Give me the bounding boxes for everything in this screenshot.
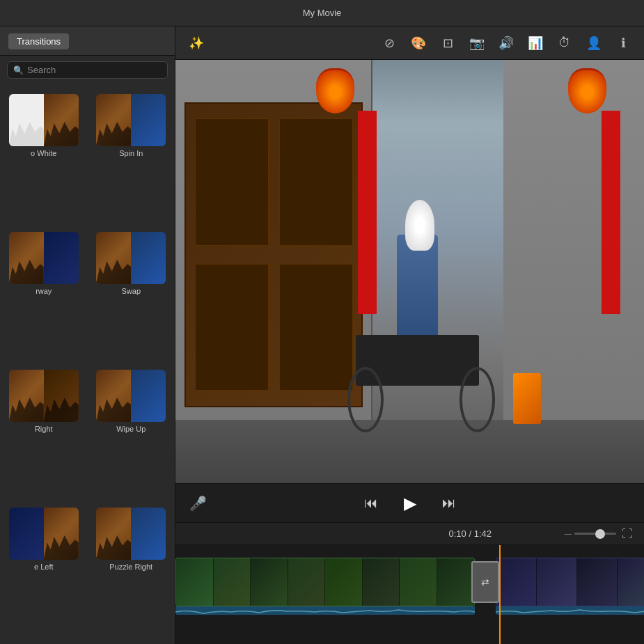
skip-back-button[interactable]: ⏮ bbox=[360, 492, 382, 515]
transition-puzzle-right[interactable]: Puzzle Right bbox=[88, 502, 175, 640]
video-track: ⇄ bbox=[175, 558, 644, 613]
speed-icon[interactable]: 📊 bbox=[526, 33, 545, 53]
lantern-left bbox=[316, 68, 354, 113]
audio-waveform-2 bbox=[496, 606, 644, 615]
clip-frames bbox=[176, 558, 474, 606]
waveform-svg-2 bbox=[496, 608, 644, 616]
transition-thumb bbox=[96, 508, 166, 560]
transitions-grid: o White Spin In bbox=[0, 84, 175, 644]
video-clip-2[interactable] bbox=[496, 558, 644, 606]
magic-wand-icon[interactable]: ✨ bbox=[187, 33, 206, 53]
timeline-track-area[interactable]: ⇄ bbox=[175, 545, 644, 644]
transition-doorway[interactable]: rway bbox=[0, 226, 88, 364]
transition-thumb bbox=[9, 508, 79, 560]
transition-puzzle-left[interactable]: e Left bbox=[0, 502, 88, 640]
playhead-triangle bbox=[494, 545, 505, 547]
transition-thumb bbox=[9, 370, 79, 422]
video-clip-1[interactable] bbox=[175, 558, 475, 606]
camera-icon[interactable]: 📷 bbox=[467, 33, 487, 53]
timeline-area: 0:10 / 1:42 — ⛶ bbox=[175, 522, 644, 644]
moto-scene bbox=[175, 60, 644, 483]
waveform-svg bbox=[175, 608, 475, 616]
transition-thumb bbox=[9, 94, 79, 146]
lantern-right bbox=[568, 68, 606, 113]
microphone-button[interactable]: 🎤 bbox=[189, 495, 207, 512]
info-icon[interactable]: ℹ bbox=[613, 33, 633, 53]
transition-label: Puzzle Right bbox=[109, 563, 152, 571]
audio-icon[interactable]: 🔊 bbox=[496, 33, 516, 53]
search-input[interactable] bbox=[27, 65, 162, 75]
transition-spin-in[interactable]: Spin In bbox=[88, 88, 175, 226]
transition-label: Swap bbox=[121, 287, 141, 295]
transition-thumb bbox=[9, 232, 79, 284]
color-icon[interactable]: 🎨 bbox=[409, 33, 428, 53]
stabilize-icon[interactable]: ⏱ bbox=[555, 33, 574, 53]
play-button[interactable]: ▶ bbox=[399, 492, 421, 515]
transition-fade-white[interactable]: o White bbox=[0, 88, 88, 226]
toolbar: ✨ ⊘ 🎨 ⊡ 📷 🔊 📊 ⏱ 👤 ℹ bbox=[175, 26, 644, 60]
face-icon[interactable]: 👤 bbox=[584, 33, 604, 53]
app-title: My Movie bbox=[303, 8, 342, 18]
transition-label: Wipe Up bbox=[116, 425, 146, 433]
playhead[interactable] bbox=[499, 545, 501, 644]
transition-label: Spin In bbox=[119, 149, 143, 157]
scene-door-left bbox=[184, 102, 363, 407]
transition-thumb bbox=[96, 232, 166, 284]
main-layout: Transitions 🔍 o White bbox=[0, 26, 644, 644]
right-area: ✨ ⊘ 🎨 ⊡ 📷 🔊 📊 ⏱ 👤 ℹ bbox=[175, 26, 644, 644]
transition-label: Right bbox=[35, 425, 53, 433]
motorcycle bbox=[340, 200, 504, 432]
red-banner-right bbox=[602, 111, 620, 314]
orange-bag bbox=[513, 373, 541, 424]
search-icon: 🔍 bbox=[13, 65, 24, 75]
transition-label: e Left bbox=[34, 563, 54, 571]
fit-to-window-button[interactable]: ⛶ bbox=[622, 528, 633, 540]
clip-frames-2 bbox=[496, 558, 644, 606]
timeline-controls: — ⛶ bbox=[565, 528, 633, 540]
timeline-header: 0:10 / 1:42 — ⛶ bbox=[175, 523, 644, 545]
transitions-tab[interactable]: Transitions bbox=[8, 33, 69, 49]
audio-waveform-1 bbox=[175, 606, 475, 615]
transition-thumb bbox=[96, 370, 166, 422]
crop-icon[interactable]: ⊡ bbox=[438, 33, 457, 53]
left-panel: Transitions 🔍 o White bbox=[0, 26, 175, 644]
skip-forward-button[interactable]: ⏭ bbox=[438, 492, 460, 515]
transition-thumb bbox=[96, 94, 166, 146]
title-bar: My Movie bbox=[0, 0, 644, 26]
timecode: 0:10 / 1:42 bbox=[376, 528, 565, 539]
transition-swap[interactable]: Swap bbox=[88, 226, 175, 364]
transition-wipe-right[interactable]: Right bbox=[0, 364, 88, 502]
transition-wipe-up[interactable]: Wipe Up bbox=[88, 364, 175, 502]
transition-icon: ⇄ bbox=[481, 576, 489, 588]
search-bar[interactable]: 🔍 bbox=[7, 61, 168, 79]
transition-label: o White bbox=[31, 149, 56, 157]
playback-controls: 🎤 ⏮ ▶ ⏭ bbox=[175, 483, 644, 522]
transition-marker[interactable]: ⇄ bbox=[471, 561, 499, 603]
video-preview bbox=[175, 60, 644, 483]
timeline-zoom-slider[interactable]: — bbox=[565, 530, 616, 537]
panel-header: Transitions bbox=[0, 26, 175, 56]
balance-icon[interactable]: ⊘ bbox=[379, 33, 399, 53]
transition-label: rway bbox=[36, 287, 52, 295]
